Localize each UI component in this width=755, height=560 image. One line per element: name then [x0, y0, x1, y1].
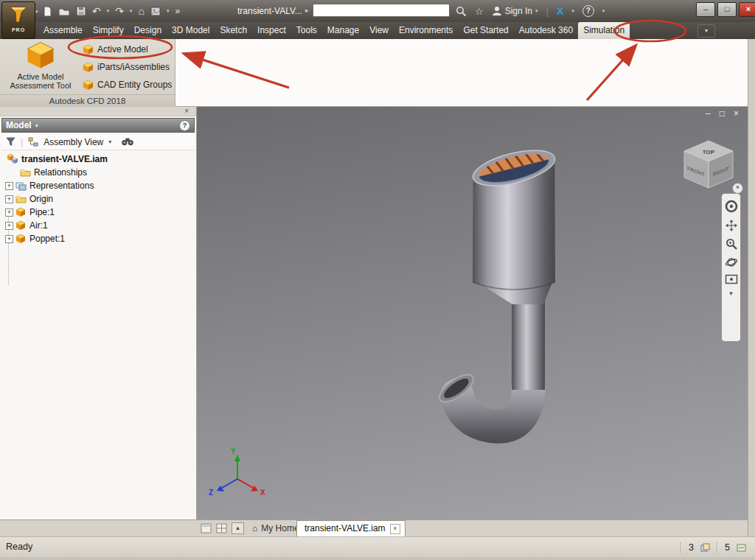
undo-dropdown-icon[interactable]: ▾ — [107, 8, 110, 14]
ribbon-minimize-icon[interactable]: ▾ — [697, 24, 715, 38]
ribbon-tab-view[interactable]: View — [364, 22, 394, 39]
close-button[interactable]: × — [739, 2, 755, 17]
window-controls: – □ × — [696, 2, 755, 17]
doc-close-icon[interactable]: × — [734, 108, 739, 119]
active-model-button[interactable]: Active Model — [83, 41, 148, 57]
ribbon-tab-3d-model[interactable]: 3D Model — [167, 22, 215, 39]
status-separator — [681, 542, 682, 553]
orbit-icon[interactable] — [725, 256, 738, 269]
tree-item-pipe[interactable]: + Pipe:1 — [1, 206, 195, 219]
home-tab-icon: ⌂ — [252, 523, 257, 533]
look-at-icon[interactable] — [725, 274, 738, 284]
ribbon-tab-autodesk-360[interactable]: Autodesk 360 — [514, 22, 578, 39]
single-view-icon[interactable] — [201, 523, 212, 533]
ribbon-tab-design[interactable]: Design — [129, 22, 167, 39]
tree-item-relationships[interactable]: Relationships — [1, 166, 195, 179]
browser-help-icon[interactable]: ? — [179, 120, 190, 131]
browser-title-strip[interactable]: × — [0, 107, 196, 116]
tree-expand-icon[interactable]: + — [5, 222, 13, 230]
browser-close-icon[interactable]: × — [184, 107, 189, 116]
render-icon[interactable] — [150, 7, 161, 16]
navbar-close-icon[interactable]: × — [732, 183, 743, 194]
cfd-panel: Active Model Assessment Tool Active Mode… — [0, 39, 175, 107]
tree-item-label[interactable]: Relationships — [34, 167, 87, 178]
ribbon-tab-get-started[interactable]: Get Started — [458, 22, 513, 39]
ribbon-tab-environments[interactable]: Environments — [394, 22, 458, 39]
view-cube[interactable]: TOP FRONT RIGHT — [680, 136, 737, 195]
redo-dropdown-icon[interactable]: ▾ — [130, 8, 133, 14]
active-model-icon — [83, 44, 94, 55]
view-selector[interactable]: Assembly View — [44, 137, 103, 147]
tree-item-air[interactable]: + Air:1 — [1, 219, 195, 232]
search-tree-icon[interactable] — [121, 137, 134, 147]
autodesk-360-icon[interactable]: X — [557, 5, 563, 17]
maximize-button[interactable]: □ — [717, 2, 737, 17]
iparts-iassemblies-button[interactable]: iParts/iAssemblies — [83, 59, 170, 75]
part-icon — [15, 220, 26, 231]
tree-item-origin[interactable]: + Origin — [1, 192, 195, 206]
tree-item-label[interactable]: transient-VALVE.iam — [21, 154, 108, 164]
graphics-viewport[interactable]: Y X Z TOP FRONT RIGHT × — [197, 107, 748, 519]
tree-item-representations[interactable]: + Representations — [1, 179, 195, 192]
search-input[interactable] — [313, 4, 450, 17]
ribbon-tab-assemble[interactable]: Assemble — [38, 22, 88, 39]
expand-tabs-icon[interactable]: ▴ — [232, 522, 244, 534]
favorites-star-icon[interactable]: ☆ — [475, 6, 484, 17]
steering-wheel-icon[interactable] — [724, 199, 739, 214]
application-menu-button[interactable]: PRO — [1, 1, 35, 39]
ribbon-tab-inspect[interactable]: Inspect — [252, 22, 291, 39]
doc-tab-controls: ▴ — [201, 522, 244, 534]
cad-entity-groups-button[interactable]: CAD Entity Groups — [83, 77, 172, 93]
new-document-icon[interactable] — [43, 6, 52, 17]
ribbon-tab-simplify[interactable]: Simplify — [88, 22, 129, 39]
save-icon[interactable] — [76, 6, 86, 16]
ribbon-tab-manage[interactable]: Manage — [322, 22, 364, 39]
title-caret-icon[interactable]: ▸ — [305, 7, 309, 14]
ribbon-tab-tools[interactable]: Tools — [291, 22, 322, 39]
doc-restore-icon[interactable]: □ — [720, 108, 725, 119]
minimize-button[interactable]: – — [696, 2, 715, 17]
render-dropdown-icon[interactable]: ▾ — [167, 8, 170, 14]
panel-footer[interactable]: Autodesk CFD 2018 — [0, 94, 175, 107]
tree-item-label[interactable]: Poppet:1 — [29, 234, 65, 244]
help-dropdown-icon[interactable]: ▾ — [602, 8, 605, 14]
pan-icon[interactable] — [725, 219, 738, 232]
viewcube-top-label[interactable]: TOP — [703, 149, 715, 155]
tree-item-root[interactable]: transient-VALVE.iam — [1, 153, 195, 166]
dof-icon[interactable] — [737, 543, 746, 552]
a360-dropdown-icon[interactable]: ▾ — [571, 8, 574, 14]
sign-in-button[interactable]: Sign In ▾ — [492, 6, 538, 16]
undo-icon[interactable]: ↶ — [92, 6, 101, 16]
tree-expand-icon[interactable]: + — [5, 182, 13, 190]
filter-icon[interactable] — [6, 137, 15, 147]
tree-item-label[interactable]: Representations — [29, 181, 94, 191]
redo-icon[interactable]: ↷ — [115, 6, 124, 16]
tree-item-poppet[interactable]: + Poppet:1 — [1, 232, 195, 245]
tab-active-document[interactable]: transient-VALVE.iam × — [296, 520, 406, 536]
home-icon[interactable]: ⌂ — [139, 6, 145, 16]
tree-item-label[interactable]: Air:1 — [29, 220, 48, 231]
tree-item-label[interactable]: Pipe:1 — [29, 207, 55, 217]
ribbon-tab-simulation[interactable]: Simulation — [578, 22, 630, 39]
tree-expand-icon[interactable]: + — [5, 209, 13, 217]
app-menu-caret-icon[interactable]: ▾ — [35, 9, 38, 15]
active-model-assessment-button[interactable]: Active Model Assessment Tool — [3, 41, 78, 93]
tree-item-label[interactable]: Origin — [29, 194, 53, 204]
tile-views-icon[interactable] — [216, 523, 227, 533]
tree-expand-icon[interactable]: + — [5, 235, 13, 243]
tree-expand-icon[interactable]: + — [5, 195, 13, 203]
navbar-more-icon[interactable]: ▾ — [729, 290, 733, 297]
occurrences-icon[interactable] — [700, 543, 710, 552]
tab-close-icon[interactable]: × — [390, 524, 400, 534]
open-folder-icon[interactable] — [58, 7, 70, 16]
help-icon[interactable]: ? — [582, 5, 594, 17]
view-selector-dropdown-icon[interactable]: ▾ — [108, 139, 111, 145]
search-icon[interactable] — [456, 6, 467, 17]
triad-z-label: Z — [209, 489, 213, 497]
ribbon-tab-sketch[interactable]: Sketch — [215, 22, 252, 39]
zoom-icon[interactable] — [725, 237, 738, 251]
iparts-label: iParts/iAssemblies — [97, 62, 170, 72]
browser-header-dropdown-icon[interactable]: ▾ — [35, 122, 38, 129]
toolbar-overflow-icon[interactable]: » — [175, 6, 180, 16]
doc-minimize-icon[interactable]: – — [706, 108, 711, 119]
